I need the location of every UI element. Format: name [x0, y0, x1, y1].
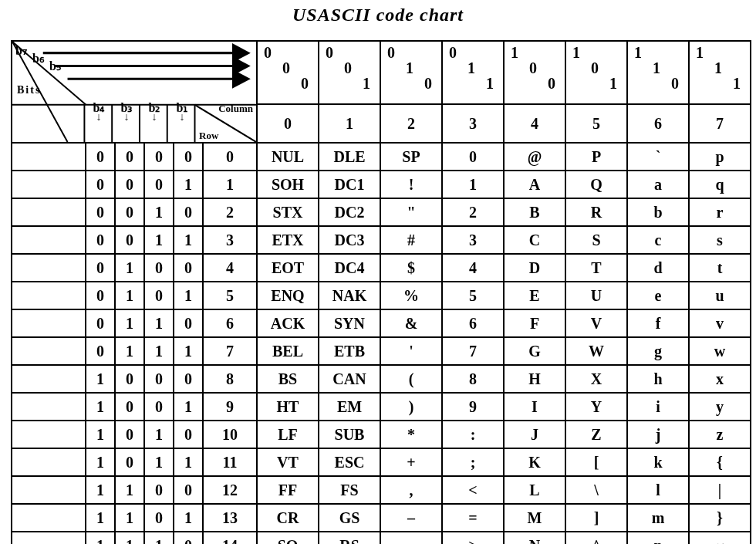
ascii-cell: m: [627, 504, 689, 532]
table-row: 00102STXDC2"2BRbr: [12, 198, 751, 226]
ascii-cell: d: [627, 254, 689, 282]
ascii-cell: –: [380, 504, 442, 532]
ascii-cell: ]: [565, 504, 627, 532]
ascii-cell: c: [627, 226, 689, 254]
table-row: 110012FFFS,<L\l|: [12, 476, 751, 504]
ascii-cell: 3: [442, 226, 504, 254]
ascii-cell: H: [504, 365, 565, 393]
bit-cell: 0: [86, 199, 116, 225]
ascii-cell: k: [627, 448, 689, 476]
bit-cell: 1: [116, 505, 145, 531]
ascii-cell: ~: [689, 532, 751, 544]
bit-cell: 1: [145, 199, 174, 225]
ascii-cell: h: [627, 365, 689, 393]
ascii-cell: DC2: [319, 198, 380, 226]
ascii-cell: >: [442, 532, 504, 544]
corner-cell: b₇ b₆ b₅ Bits b₄↓ b₃↓ b₂↓ b₁↓ Column Row: [12, 41, 257, 143]
ascii-cell: ENQ: [257, 282, 319, 309]
col-num-0: 0: [257, 104, 319, 143]
ascii-cell: DLE: [319, 143, 380, 171]
bit-cell: 1: [86, 394, 116, 420]
ascii-cell: {: [689, 448, 751, 476]
ascii-cell: A: [504, 171, 565, 198]
bit-cell: 0: [145, 282, 174, 309]
ascii-cell: i: [627, 393, 689, 421]
ascii-cell: K: [504, 448, 565, 476]
ascii-cell: @: [504, 143, 565, 171]
bit-cell: 1: [86, 477, 116, 503]
table-row: 01004EOTDC4$4DTdt: [12, 254, 751, 282]
row-header: 00011: [12, 171, 257, 198]
bit-cell: 0: [116, 199, 145, 225]
ascii-cell: NAK: [319, 282, 380, 309]
bit-pattern-0: 0 0 0: [257, 41, 319, 104]
bit-cell: 1: [86, 421, 116, 448]
bit-cell: 1: [86, 505, 116, 531]
bit-cell: 1: [174, 282, 204, 309]
table-row: 10019HTEM)9IYiy: [12, 393, 751, 421]
bit-cell: 1: [174, 338, 204, 364]
bit-cell: 0: [116, 171, 145, 198]
ascii-cell: SYN: [319, 309, 380, 337]
ascii-cell: RS: [319, 532, 380, 544]
ascii-cell: [: [565, 448, 627, 476]
ascii-cell: t: [689, 254, 751, 282]
bit-cell: 1: [145, 449, 174, 475]
ascii-cell: C: [504, 226, 565, 254]
ascii-cell: x: [689, 365, 751, 393]
bit-cell: 1: [145, 310, 174, 336]
ascii-cell: FS: [319, 476, 380, 504]
ascii-cell: ': [380, 337, 442, 365]
bit-cell: 0: [145, 394, 174, 420]
ascii-cell: .: [380, 532, 442, 544]
bit-cell: 1: [86, 366, 116, 392]
page-title: USASCII code chart: [0, 0, 756, 25]
col-num-3: 3: [442, 104, 504, 143]
ascii-cell: STX: [257, 198, 319, 226]
ascii-cell: B: [504, 198, 565, 226]
ascii-cell: y: [689, 393, 751, 421]
bit-cell: 0: [116, 421, 145, 448]
ascii-cell: VT: [257, 448, 319, 476]
bit-cell: 0: [116, 366, 145, 392]
ascii-cell: L: [504, 476, 565, 504]
ascii-cell: DC3: [319, 226, 380, 254]
ascii-cell: `: [627, 143, 689, 171]
ascii-cell: U: [565, 282, 627, 309]
row-number: 3: [204, 227, 256, 253]
ascii-cell: p: [689, 143, 751, 171]
row-header: 101010: [12, 421, 257, 448]
ascii-cell: J: [504, 421, 565, 448]
bit-cell: 0: [174, 421, 204, 448]
col-num-7: 7: [689, 104, 751, 143]
col-num-1: 1: [319, 104, 380, 143]
table-row: 00000NULDLESP0@P`p: [12, 143, 751, 171]
ascii-cell: N: [504, 532, 565, 544]
ascii-cell: \: [565, 476, 627, 504]
row-number: 11: [204, 449, 256, 475]
row-header: 10019: [12, 393, 257, 421]
row-number: 4: [204, 255, 256, 281]
row-number: 8: [204, 366, 256, 392]
ascii-cell: S: [565, 226, 627, 254]
ascii-cell: s: [689, 226, 751, 254]
col-num-4: 4: [504, 104, 565, 143]
row-header: 00102: [12, 198, 257, 226]
ascii-cell: |: [689, 476, 751, 504]
row-header: 01117: [12, 337, 257, 365]
ascii-cell: =: [442, 504, 504, 532]
ascii-cell: }: [689, 504, 751, 532]
row-header: 00113: [12, 226, 257, 254]
bit-cell: 0: [145, 171, 174, 198]
ascii-cell: b: [627, 198, 689, 226]
ascii-cell: NUL: [257, 143, 319, 171]
col-num-2: 2: [380, 104, 442, 143]
bit-cell: 0: [86, 310, 116, 336]
bit-cell: 0: [145, 144, 174, 170]
bit-cell: 0: [174, 255, 204, 281]
bits-label: Bits: [17, 85, 41, 96]
ascii-cell: X: [565, 365, 627, 393]
ascii-cell: ": [380, 198, 442, 226]
row-number: 14: [204, 532, 256, 544]
bit-cell: 0: [86, 227, 116, 253]
